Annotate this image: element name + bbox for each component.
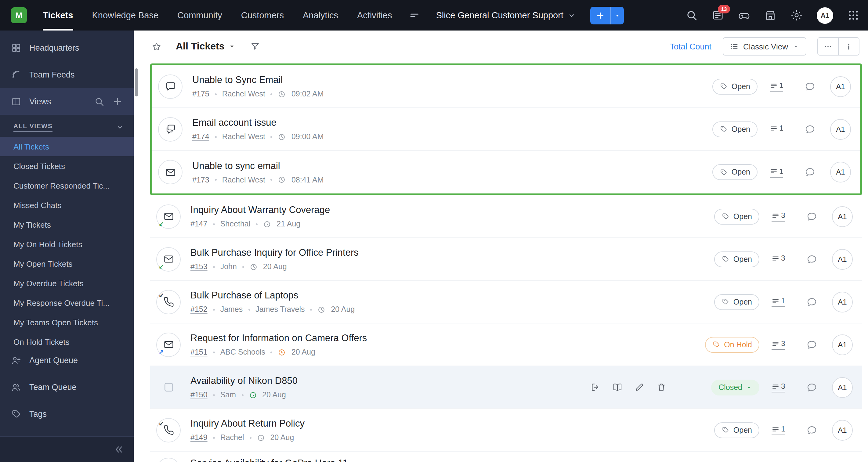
nav-item-tickets[interactable]: Tickets bbox=[43, 0, 73, 31]
ticket-row[interactable]: ↙Inquiry About Warranty Coverage#147Shee… bbox=[150, 195, 862, 238]
close-ticket-icon[interactable] bbox=[590, 382, 601, 393]
ticket-contact[interactable]: Sheethal bbox=[220, 220, 251, 228]
nav-item-customers[interactable]: Customers bbox=[241, 0, 284, 31]
search-icon[interactable] bbox=[685, 9, 698, 21]
search-views-icon[interactable] bbox=[94, 96, 104, 106]
view-item-all-tickets[interactable]: All Tickets bbox=[0, 137, 134, 156]
ticket-account[interactable]: James Travels bbox=[255, 305, 305, 314]
ticket-row[interactable]: Service Availability for GoPro Hero 11 bbox=[150, 452, 862, 462]
sidebar-item-team-queue[interactable]: Team Queue bbox=[0, 373, 134, 400]
collapse-sidebar-icon[interactable] bbox=[114, 444, 124, 455]
ticket-row[interactable]: ↗Request for Information on Camera Offer… bbox=[150, 324, 862, 366]
ticket-id[interactable]: #151 bbox=[190, 348, 208, 357]
view-title-dropdown[interactable]: All Tickets bbox=[176, 41, 236, 52]
view-item-missed-chats[interactable]: Missed Chats bbox=[0, 195, 134, 215]
comment-icon[interactable] bbox=[805, 166, 815, 178]
notifications-icon[interactable]: 13 bbox=[712, 9, 724, 21]
star-icon[interactable] bbox=[151, 41, 162, 52]
status-badge[interactable]: Open bbox=[714, 294, 760, 310]
view-item-my-teams-open-tickets[interactable]: My Teams Open Tickets bbox=[0, 312, 134, 332]
ticket-subject[interactable]: Inquiry About Return Policy bbox=[190, 418, 682, 429]
app-logo[interactable]: M bbox=[11, 7, 27, 23]
ticket-id[interactable]: #175 bbox=[192, 90, 209, 98]
sidebar-item-team-feeds[interactable]: Team Feeds bbox=[0, 61, 134, 88]
assignee-avatar[interactable]: A1 bbox=[830, 119, 851, 140]
sidebar-item-tags[interactable]: Tags bbox=[0, 400, 134, 427]
thread-count[interactable]: 3 bbox=[760, 211, 797, 221]
ticket-contact[interactable]: Rachel West bbox=[222, 176, 265, 184]
thread-count[interactable]: 1 bbox=[757, 81, 795, 92]
comment-icon[interactable] bbox=[805, 124, 815, 134]
thread-count[interactable]: 3 bbox=[760, 339, 797, 350]
ticket-id[interactable]: #173 bbox=[192, 176, 209, 184]
status-badge[interactable]: Open bbox=[713, 164, 757, 180]
delete-icon[interactable] bbox=[656, 382, 666, 393]
ticket-subject[interactable]: Availability of Nikon D850 bbox=[190, 375, 590, 386]
ticket-subject[interactable]: Service Availability for GoPro Hero 11 bbox=[190, 458, 858, 462]
status-badge[interactable]: Open bbox=[714, 251, 760, 267]
ticket-subject[interactable]: Inquiry About Warranty Coverage bbox=[190, 205, 682, 215]
ticket-subject[interactable]: Request for Information on Camera Offers bbox=[190, 333, 682, 344]
apps-grid-icon[interactable] bbox=[847, 9, 860, 21]
filter-icon[interactable] bbox=[250, 41, 260, 51]
ticket-id[interactable]: #153 bbox=[190, 263, 208, 271]
thread-count[interactable]: 1 bbox=[757, 124, 795, 134]
assignee-avatar[interactable]: A1 bbox=[832, 420, 853, 440]
ticket-row[interactable]: Unable to Sync Email#175Rachel West09:02… bbox=[152, 65, 860, 108]
portal-selector[interactable]: Slice General Customer Support bbox=[436, 10, 576, 20]
view-item-closed-tickets[interactable]: Closed Tickets bbox=[0, 156, 134, 176]
nav-item-knowledge-base[interactable]: Knowledge Base bbox=[92, 0, 158, 31]
view-item-my-overdue-tickets[interactable]: My Overdue Tickets bbox=[0, 273, 134, 293]
sidebar-item-views[interactable]: Views bbox=[0, 88, 134, 115]
add-view-icon[interactable] bbox=[112, 96, 123, 106]
assignee-avatar[interactable]: A1 bbox=[832, 206, 853, 227]
status-badge[interactable]: Open bbox=[713, 121, 757, 137]
ticket-row[interactable]: ↙Bulk Purchase of Laptops#152JamesJames … bbox=[150, 281, 862, 324]
ticket-row[interactable]: Availability of Nikon D850#150Sam20 AugC… bbox=[150, 366, 862, 409]
chevron-down-icon[interactable] bbox=[116, 123, 124, 131]
assignee-avatar[interactable]: A1 bbox=[830, 76, 851, 97]
sidebar-item-agent-queue[interactable]: Agent Queue bbox=[0, 347, 134, 373]
row-checkbox[interactable] bbox=[156, 375, 181, 399]
add-ticket-menu-button[interactable] bbox=[611, 6, 624, 24]
status-badge[interactable]: Open bbox=[714, 422, 760, 438]
user-avatar[interactable]: A1 bbox=[817, 7, 833, 24]
assignee-avatar[interactable]: A1 bbox=[832, 249, 853, 270]
status-badge[interactable]: Open bbox=[714, 208, 760, 224]
all-views-label[interactable]: ALL VIEWS bbox=[13, 122, 53, 132]
ticket-subject[interactable]: Unable to sync email bbox=[192, 160, 681, 171]
view-item-my-on-hold-tickets[interactable]: My On Hold Tickets bbox=[0, 234, 134, 254]
ticket-row[interactable]: ↙Bulk Purchase Inquiry for Office Printe… bbox=[150, 238, 862, 281]
sidebar-item-headquarters[interactable]: Headquarters bbox=[0, 34, 134, 61]
comment-icon[interactable] bbox=[806, 296, 817, 307]
view-mode-button[interactable]: Classic View bbox=[722, 37, 806, 56]
view-item-my-response-overdue-ti-[interactable]: My Response Overdue Ti... bbox=[0, 293, 134, 312]
view-item-customer-responded-tic-[interactable]: Customer Responded Tic... bbox=[0, 176, 134, 195]
status-badge[interactable]: Closed bbox=[711, 379, 760, 395]
info-button[interactable] bbox=[838, 38, 859, 55]
ticket-row[interactable]: Unable to sync email#173Rachel West08:41… bbox=[152, 151, 860, 193]
total-count-link[interactable]: Total Count bbox=[670, 42, 712, 51]
scrollbar-thumb[interactable] bbox=[135, 68, 138, 96]
thread-count[interactable]: 1 bbox=[760, 425, 797, 435]
status-badge[interactable]: Open bbox=[713, 79, 757, 94]
comment-icon[interactable] bbox=[806, 425, 817, 435]
recent-items-icon[interactable] bbox=[409, 10, 420, 21]
ticket-contact[interactable]: ABC Schools bbox=[220, 348, 265, 357]
thread-count[interactable]: 3 bbox=[760, 254, 797, 264]
assignee-avatar[interactable]: A1 bbox=[832, 377, 853, 398]
comment-icon[interactable] bbox=[806, 339, 817, 350]
nav-item-activities[interactable]: Activities bbox=[357, 0, 392, 31]
ticket-contact[interactable]: James bbox=[220, 305, 243, 314]
ticket-subject[interactable]: Email account issue bbox=[192, 117, 681, 128]
edit-icon[interactable] bbox=[634, 382, 645, 393]
ticket-contact[interactable]: John bbox=[220, 263, 237, 271]
ticket-id[interactable]: #147 bbox=[190, 220, 208, 228]
comment-icon[interactable] bbox=[806, 382, 817, 393]
assignee-avatar[interactable]: A1 bbox=[832, 334, 853, 355]
add-ticket-button[interactable] bbox=[590, 6, 611, 24]
gamescope-icon[interactable] bbox=[738, 9, 750, 21]
comment-icon[interactable] bbox=[806, 254, 817, 265]
ticket-contact[interactable]: Rachel West bbox=[222, 90, 265, 98]
thread-count[interactable]: 1 bbox=[760, 297, 797, 307]
